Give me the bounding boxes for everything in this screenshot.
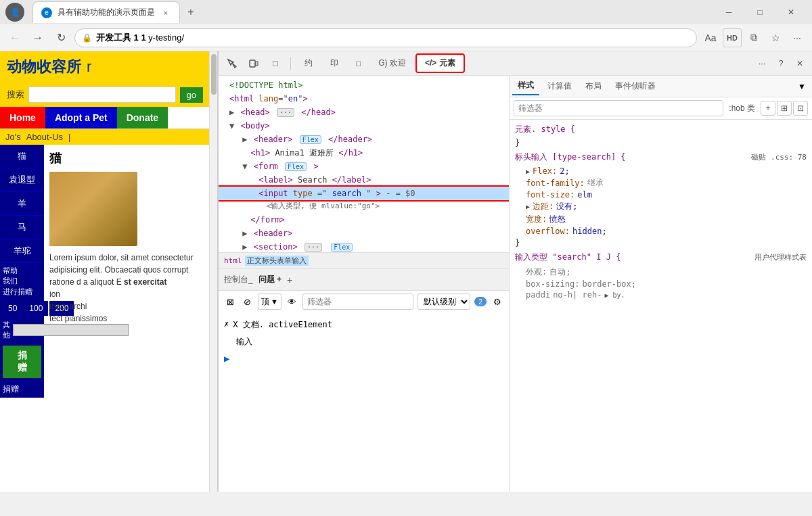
- console-label[interactable]: 控制台_: [224, 274, 253, 285]
- tab-elements[interactable]: </> 元素: [415, 53, 465, 73]
- html-line-form[interactable]: ▼ <form Flex >: [219, 160, 509, 173]
- html-line-section[interactable]: ▶ <section> ··· Flex: [219, 240, 509, 253]
- nav-donate[interactable]: Donate: [117, 107, 168, 128]
- amount-50[interactable]: 50: [3, 301, 22, 316]
- scroll-thumb[interactable]: [211, 54, 217, 95]
- site-header: 动物收容所 r: [0, 51, 210, 83]
- issues-label[interactable]: 问题 +: [258, 274, 281, 285]
- help-button[interactable]: ?: [773, 55, 789, 72]
- refresh-button[interactable]: ↻: [51, 28, 70, 47]
- level-select[interactable]: 默认级别: [418, 294, 470, 310]
- responsive-button[interactable]: □: [266, 54, 285, 73]
- html-line-h1[interactable]: <h1> Anima1 避难所 </h1>: [219, 146, 509, 160]
- devtools-toolbar: □ 约 印 □ G) 欢迎 </> 元素 ··· ? ✕: [219, 51, 812, 76]
- styles-tab-right: ▼: [794, 79, 809, 94]
- sidebar-item-cat[interactable]: 猫: [0, 145, 44, 168]
- prop-value-fs: elm: [577, 190, 592, 200]
- html-line-html[interactable]: <html lang="en">: [219, 92, 509, 105]
- html-line-header1[interactable]: ▶ <header> Flex </header>: [219, 133, 509, 146]
- inspect-element-button[interactable]: [223, 54, 242, 73]
- tab-styles[interactable]: 样式: [512, 77, 539, 95]
- styles-panel: 样式 计算值 布局 事件侦听器 ▼ :hob 类 + ⊞ ⊡: [510, 76, 812, 492]
- console-filter-input[interactable]: [302, 294, 413, 310]
- tab-frame[interactable]: □: [348, 56, 369, 71]
- style-rule-element: 元素. style {: [510, 122, 812, 137]
- back-button[interactable]: ←: [5, 28, 24, 47]
- search-label: 搜索: [7, 89, 24, 101]
- new-tab-button[interactable]: +: [181, 3, 200, 22]
- html-line-input-note[interactable]: <输入类型, 便 mlvalue:"go">: [219, 200, 509, 213]
- tab-computed[interactable]: 计算值: [542, 78, 577, 95]
- sidebar-item-camel[interactable]: 羊驼: [0, 239, 44, 263]
- html-line-doctype[interactable]: <!DOCTYPE html>: [219, 78, 509, 92]
- device-toggle-button[interactable]: [244, 54, 263, 73]
- styles-more-btn[interactable]: ▼: [794, 79, 809, 94]
- html-line-input[interactable]: <input type =" search " > - = $0: [219, 187, 509, 200]
- rule-selector-ua: 输入类型 "search" I J {: [515, 252, 621, 263]
- read-aloud-button[interactable]: Aa: [701, 28, 720, 47]
- search-input[interactable]: [28, 87, 176, 103]
- add-style-btn[interactable]: +: [761, 101, 775, 116]
- html-line-form-close[interactable]: </form>: [219, 213, 509, 227]
- html-line-label[interactable]: <label> Search </label>: [219, 173, 509, 187]
- prop-value-padding: no-h| reh-: [553, 290, 602, 300]
- minimize-button[interactable]: ─: [713, 0, 744, 24]
- more-button[interactable]: ···: [788, 28, 807, 47]
- prop-value-margin: 没有;: [556, 201, 577, 212]
- nav2-about[interactable]: About-Us: [26, 132, 63, 142]
- extension-button[interactable]: ⧉: [744, 28, 763, 47]
- tab-copy[interactable]: 印: [322, 55, 346, 72]
- scrollbar[interactable]: [209, 51, 217, 492]
- prop-name-fs: font-size:: [526, 190, 574, 200]
- top-dropdown[interactable]: 顶 ▼: [258, 294, 281, 310]
- copy-style-btn[interactable]: ⊡: [793, 101, 808, 116]
- sidebar-item-dog[interactable]: 袁退型: [0, 168, 44, 192]
- forward-button[interactable]: →: [28, 28, 47, 47]
- window-controls: ─ □ ✕: [713, 0, 807, 24]
- console-block-btn[interactable]: ⊘: [241, 294, 254, 309]
- devtools-panel: □ 约 印 □ G) 欢迎 </> 元素 ··· ? ✕ <!D: [218, 51, 812, 492]
- devtools-main: <!DOCTYPE html> <html lang="en"> ▶ <head…: [219, 76, 812, 492]
- html-line-header2[interactable]: ▶ <header>: [219, 227, 509, 240]
- address-bar[interactable]: 🔒 开发工具 1 1 y-testing/: [74, 28, 697, 47]
- padding-expand[interactable]: ▶ by.: [604, 291, 625, 299]
- nav-adopt[interactable]: Adopt a Pet: [45, 107, 117, 128]
- donate-button[interactable]: 捐赠: [3, 346, 41, 378]
- tab-welcome[interactable]: G) 欢迎: [370, 55, 414, 72]
- console-eye-btn[interactable]: 👁: [286, 294, 298, 309]
- address-rest: y-testing/: [146, 32, 184, 43]
- html-status-bar: html 正文标头表单输入: [219, 252, 509, 268]
- website-content: 动物收容所 r 搜索 go Home Adopt a Pet Donate Jo…: [0, 51, 210, 398]
- hd-button[interactable]: HD: [723, 28, 742, 47]
- tab-close-button[interactable]: ×: [160, 7, 171, 18]
- prop-value-bs: border-box;: [582, 279, 635, 289]
- rule-source-ua: 用户代理样式表: [754, 252, 807, 262]
- nav2-jos[interactable]: Jo's: [5, 132, 21, 142]
- tab-约[interactable]: 约: [296, 55, 321, 72]
- console-clear-btn[interactable]: ⊠: [224, 294, 237, 309]
- toggle-style-btn[interactable]: ⊞: [777, 101, 792, 116]
- active-tab[interactable]: e 具有辅助功能的演示页面是 ×: [32, 1, 180, 23]
- search-button[interactable]: go: [180, 87, 203, 103]
- more-options-button[interactable]: ···: [754, 55, 770, 72]
- styles-filter-buttons: + ⊞ ⊡: [761, 101, 808, 116]
- sidebar-item-horse[interactable]: 马: [0, 216, 44, 239]
- nav-home[interactable]: Home: [0, 107, 45, 128]
- add-tab-button[interactable]: +: [287, 275, 292, 285]
- profile-icon[interactable]: 👤: [5, 3, 24, 22]
- main-title: 猫: [49, 150, 204, 166]
- tab-layout[interactable]: 布局: [580, 78, 607, 95]
- margin-expand[interactable]: ▶: [526, 203, 530, 210]
- prop-flex: ▶ Flex: 2;: [510, 166, 812, 177]
- favorites-button[interactable]: ☆: [766, 28, 785, 47]
- styles-filter-input[interactable]: [514, 100, 723, 116]
- console-settings-btn[interactable]: ⚙: [491, 294, 503, 309]
- tab-event-listeners[interactable]: 事件侦听器: [610, 78, 661, 95]
- maximize-button[interactable]: □: [744, 0, 775, 24]
- close-button[interactable]: ✕: [775, 0, 807, 24]
- flex-expand[interactable]: ▶: [526, 168, 530, 175]
- html-line-head[interactable]: ▶ <head> ··· </head>: [219, 105, 509, 119]
- close-devtools-button[interactable]: ✕: [792, 55, 808, 72]
- html-line-body[interactable]: ▼ <body>: [219, 119, 509, 133]
- sidebar-item-sheep[interactable]: 羊: [0, 192, 44, 216]
